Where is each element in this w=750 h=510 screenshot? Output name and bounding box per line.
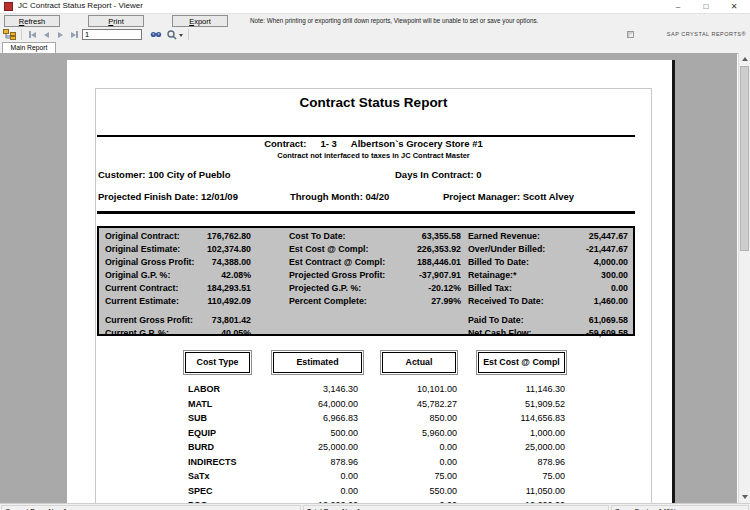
summary-value: 27.99% [431,295,461,308]
summary-row: Current Gross Profit: 73,801.42 [105,314,251,327]
summary-label: Original G.P. %: [105,269,170,282]
contract-line: Contract:1- 3Albertson`s Grocery Store #… [95,138,652,149]
cost-type-cell: INDIRECTS [185,455,275,470]
close-button[interactable]: ✕ [720,0,748,13]
minimize-button[interactable]: – [664,0,692,13]
project-manager-field: Project Manager: Scott Alvey [443,191,574,202]
actual-cell: 0.00 [358,455,457,470]
tab-main-report[interactable]: Main Report [2,42,56,53]
summary-row: Projected G.P. %: -20.12% [289,282,461,295]
days-in-contract-field: Days In Contract: 0 [395,169,482,180]
summary-label: Current Contract: [105,282,178,295]
print-button[interactable]: Print [88,15,144,27]
actual-cell: 45,782.27 [358,397,457,412]
app-icon [4,2,13,11]
last-page-button[interactable] [68,30,80,39]
action-toolbar: Refresh Print Export Note: When printing… [0,14,750,29]
summary-label: Projected Gross Profit: [289,269,385,282]
summary-value: 42.08% [221,269,251,282]
first-page-button[interactable] [26,30,38,39]
summary-value: 0.00 [611,282,628,295]
customer-field: Customer: 100 City of Pueblo [98,169,231,180]
summary-label: Original Gross Profit: [105,256,194,269]
summary-value: -21,447.67 [586,243,628,256]
refresh-button[interactable]: Refresh [4,15,60,27]
zoom-factor-status: Zoom Factor: 140% [611,505,749,510]
maximize-button[interactable]: □ [692,0,720,13]
summary-row: Est Cost @ Compl: 226,353.92 [289,243,461,256]
summary-row: Paid To Date: 61,069.58 [468,314,628,327]
sap-crystal-reports-label: SAP CRYSTAL REPORTS® [667,31,746,37]
summary-label: Est Contract @ Compl: [289,256,385,269]
summary-value: 188,446.01 [417,256,461,269]
scrollbar-thumb[interactable] [740,66,749,251]
est-cost-cell: 75.00 [457,469,565,484]
scroll-down-icon[interactable] [739,491,750,503]
summary-label: Cost To Date: [289,230,346,243]
cost-type-cell: MATL [185,397,275,412]
summary-label: Billed To Date: [468,256,529,269]
summary-label: Percent Complete: [289,295,367,308]
table-row: MATL 64,000.00 45,782.27 51,909.52 [185,397,565,412]
title-bar: JC Contract Status Report - Viewer – □ ✕ [0,0,750,14]
summary-value: 110,492.09 [207,295,251,308]
summary-value: 1,460.00 [594,295,628,308]
summary-value: -20.12% [428,282,461,295]
summary-value: 300.00 [601,269,628,282]
summary-row: Current Contract: 184,293.51 [105,282,251,295]
summary-label: Current G.P. %: [105,327,169,340]
next-page-button[interactable] [54,30,66,39]
zoom-dropdown-caret[interactable] [179,34,183,37]
summary-label: Billed Tax: [468,282,512,295]
summary-value: 4,000.00 [594,256,628,269]
estimated-cell: 25,000.00 [275,440,358,455]
export-button[interactable]: Export [172,15,228,27]
summary-row: Original Contract: 176,762.80 [105,230,251,243]
rule-line [97,135,635,137]
summary-row: Over/Under Billed: -21,447.67 [468,243,628,256]
summary-value: 74,388.00 [212,256,251,269]
zoom-icon[interactable] [167,30,177,40]
table-row: BURD 25,000.00 0.00 25,000.00 [185,440,565,455]
cost-type-cell: BURD [185,440,275,455]
summary-row: Est Contract @ Compl: 188,446.01 [289,256,461,269]
cost-type-cell: SUB [185,411,275,426]
toolbar-separator [21,29,22,40]
summary-value: 73,801.42 [212,314,251,327]
cost-type-cell: SaTx [185,469,275,484]
cost-type-cell: EQUIP [185,426,275,441]
actual-cell: 850.00 [358,411,457,426]
summary-value: 61,069.58 [589,314,628,327]
scroll-up-icon[interactable] [739,53,750,65]
group-tree-icon[interactable] [3,29,17,40]
actual-cell: 75.00 [358,469,457,484]
summary-value: 184,293.51 [207,282,251,295]
status-bar: Current Page No.: 1 Total Page No.: 1 Zo… [0,503,750,510]
summary-row: Net Cash Flow: -59,609.58 [468,327,628,340]
header-actual: Actual [382,352,456,373]
contract-label: Contract: [264,138,306,149]
estimated-cell: 64,000.00 [275,397,358,412]
summary-row: Current Estimate: 110,492.09 [105,295,251,308]
viewer-note: Note: When printing or exporting drill d… [250,17,538,24]
header-estimated: Estimated [273,352,362,373]
summary-label: Retainage:* [468,269,516,282]
actual-cell: 5,960.00 [358,426,457,441]
find-icon[interactable] [150,30,162,39]
est-cost-cell: 878.96 [457,455,565,470]
summary-row: Billed Tax: 0.00 [468,282,628,295]
previous-page-button[interactable] [40,30,52,39]
summary-value: -37,907.91 [419,269,461,282]
summary-row: Cost To Date: 63,355.58 [289,230,461,243]
summary-row: Earned Revenue: 25,447.67 [468,230,628,243]
actual-cell: 10,101.00 [358,382,457,397]
actual-cell: 550.00 [358,484,457,499]
table-row: EQUIP 500.00 5,960.00 1,000.00 [185,426,565,441]
estimated-cell: 500.00 [275,426,358,441]
summary-row: Original Gross Profit: 74,388.00 [105,256,251,269]
sap-logo-icon [627,31,634,38]
table-row: SaTx 0.00 75.00 75.00 [185,469,565,484]
toolbar-separator [188,29,189,40]
vertical-scrollbar[interactable] [738,53,750,503]
page-number-input[interactable] [82,29,142,40]
